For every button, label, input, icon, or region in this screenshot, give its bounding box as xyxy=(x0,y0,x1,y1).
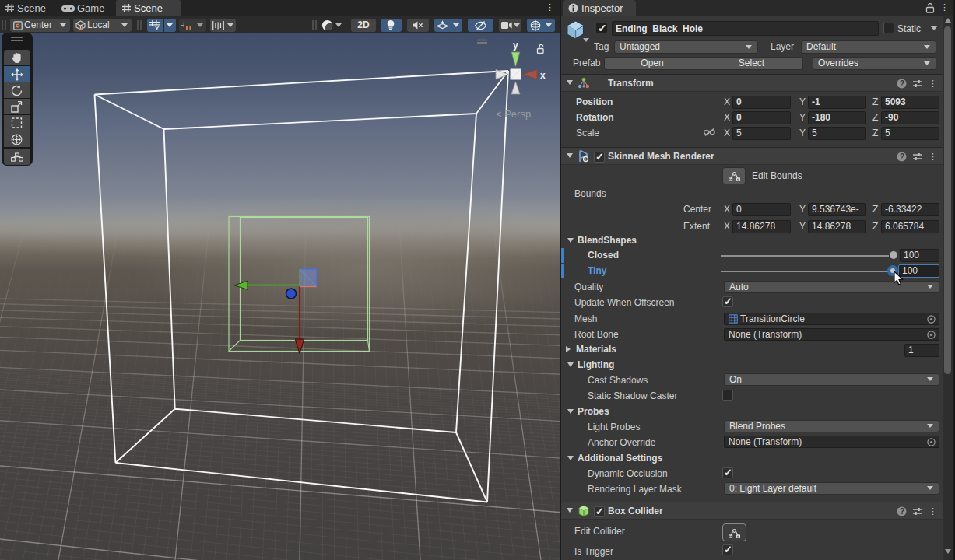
svg-text:Y: Y xyxy=(155,25,160,30)
svg-text:y: y xyxy=(513,40,518,51)
svg-text:?: ? xyxy=(900,152,904,161)
svg-text:< Persp: < Persp xyxy=(496,108,531,120)
svg-text:x: x xyxy=(540,70,546,81)
svg-text:?: ? xyxy=(900,79,904,88)
svg-text:?: ? xyxy=(900,507,904,516)
